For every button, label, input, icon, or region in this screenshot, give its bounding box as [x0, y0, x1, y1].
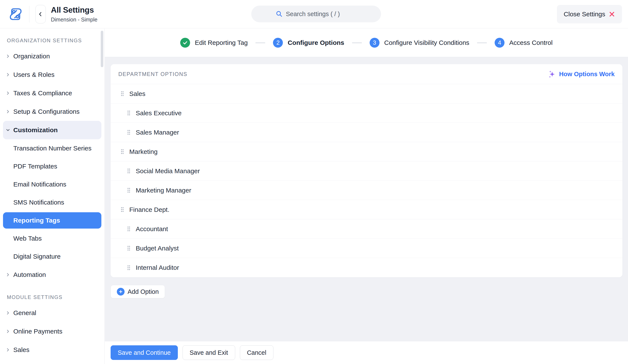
sidebar-item-label: General [13, 309, 36, 316]
close-icon [609, 11, 615, 17]
sidebar-item-label: Automation [13, 271, 46, 278]
books-logo[interactable] [8, 7, 23, 21]
drag-handle-icon[interactable] [120, 149, 124, 155]
option-label: Accountant [136, 225, 168, 233]
sidebar-item-email-notifications[interactable]: Email Notifications [0, 175, 104, 193]
sidebar-item-general[interactable]: General [0, 304, 104, 322]
drag-handle-icon[interactable] [127, 168, 131, 174]
option-label: Sales Manager [136, 129, 179, 136]
option-row[interactable]: Marketing [111, 142, 623, 161]
step-label: Edit Reporting Tag [195, 39, 248, 46]
option-label: Budget Analyst [136, 245, 179, 252]
drag-handle-icon[interactable] [120, 207, 124, 212]
sidebar-item-label: Customization [13, 126, 58, 134]
step-number-badge: 2 [273, 38, 283, 48]
page-subtitle: Dimension - Simple [51, 16, 97, 23]
chevron-right-icon [5, 109, 10, 114]
stepper-connector [255, 42, 265, 43]
chevron-right-icon [5, 91, 10, 96]
sparkle-icon [548, 70, 556, 78]
app-header: All Settings Dimension - Simple Close Se… [0, 0, 628, 28]
option-row[interactable]: Social Media Manager [111, 161, 623, 181]
save-and-exit-button[interactable]: Save and Exit [183, 345, 235, 360]
step-configure-visibility-conditions[interactable]: 3 Configure Visibility Conditions [370, 38, 469, 48]
option-row[interactable]: Finance Dept. [111, 200, 623, 219]
option-label: Internal Auditor [136, 264, 179, 271]
save-and-continue-button[interactable]: Save and Continue [111, 345, 178, 360]
option-row[interactable]: Sales Executive [111, 103, 623, 123]
chevron-left-icon [38, 11, 43, 17]
options-card-header: DEPARTMENT OPTIONS How Options Work [111, 64, 623, 84]
sidebar-item-setup-configurations[interactable]: Setup & Configurations [0, 102, 104, 121]
option-row[interactable]: Marketing Manager [111, 181, 623, 200]
close-settings-label: Close Settings [564, 10, 605, 18]
option-row[interactable]: Sales Manager [111, 123, 623, 142]
drag-handle-icon[interactable] [127, 187, 131, 193]
sidebar-item-web-tabs[interactable]: Web Tabs [0, 230, 104, 247]
option-label: Marketing Manager [136, 187, 191, 194]
sidebar-item-sales[interactable]: Sales [0, 341, 104, 359]
sidebar-item-users-roles[interactable]: Users & Roles [0, 65, 104, 84]
how-options-work-link[interactable]: How Options Work [548, 70, 615, 78]
step-configure-options[interactable]: 2 Configure Options [273, 38, 344, 48]
sidebar-item-organization[interactable]: Organization [0, 47, 104, 65]
sidebar-item-customization[interactable]: Customization [3, 121, 101, 139]
add-option-button[interactable]: Add Option [111, 285, 165, 298]
drag-handle-icon[interactable] [127, 226, 131, 232]
search-input[interactable] [286, 10, 357, 18]
step-number-badge: 4 [495, 38, 504, 48]
sidebar-item-digital-signature[interactable]: Digital Signature [0, 247, 104, 265]
plus-icon [117, 288, 125, 296]
drag-handle-icon[interactable] [127, 265, 131, 271]
close-settings-button[interactable]: Close Settings [557, 5, 622, 23]
settings-sidebar: ORGANIZATION SETTINGS Organization Users… [0, 29, 105, 364]
section-module-settings: MODULE SETTINGS [0, 294, 104, 300]
settings-search[interactable] [251, 5, 381, 22]
sidebar-item-taxes-compliance[interactable]: Taxes & Compliance [0, 84, 104, 102]
sidebar-item-label: Reporting Tags [13, 217, 60, 224]
sidebar-item-label: Email Notifications [13, 181, 66, 188]
sidebar-item-online-payments[interactable]: Online Payments [0, 322, 104, 341]
search-icon [276, 10, 283, 18]
step-label: Configure Options [288, 39, 344, 46]
option-row[interactable]: Internal Auditor [111, 258, 623, 277]
sidebar-item-label: Online Payments [13, 328, 62, 335]
title-block: All Settings Dimension - Simple [51, 5, 97, 23]
chevron-right-icon [5, 72, 10, 77]
step-label: Configure Visibility Conditions [384, 39, 469, 46]
drag-handle-icon[interactable] [127, 245, 131, 251]
department-options-card: DEPARTMENT OPTIONS How Options Work Sale… [111, 64, 623, 277]
sidebar-item-label: Setup & Configurations [13, 108, 80, 115]
sidebar-item-purchases[interactable]: Purchases [0, 359, 104, 364]
sidebar-item-transaction-number-series[interactable]: Transaction Number Series [0, 139, 104, 157]
chevron-right-icon [5, 329, 10, 334]
sidebar-item-reporting-tags[interactable]: Reporting Tags [3, 212, 101, 229]
option-row[interactable]: Sales [111, 84, 623, 103]
option-label: Sales Executive [136, 110, 181, 117]
options-card-title: DEPARTMENT OPTIONS [118, 71, 187, 77]
sidebar-item-label: Transaction Number Series [13, 145, 91, 152]
wizard-stepper: Edit Reporting Tag 2 Configure Options 3… [105, 29, 628, 57]
option-row[interactable]: Accountant [111, 219, 623, 239]
option-row[interactable]: Budget Analyst [111, 239, 623, 258]
chevron-right-icon [5, 272, 10, 277]
sidebar-item-pdf-templates[interactable]: PDF Templates [0, 157, 104, 175]
step-edit-reporting-tag[interactable]: Edit Reporting Tag [180, 38, 248, 48]
cancel-button[interactable]: Cancel [240, 345, 273, 360]
stepper-connector [477, 42, 487, 43]
drag-handle-icon[interactable] [120, 91, 124, 97]
option-label: Marketing [129, 148, 158, 155]
main-content: Edit Reporting Tag 2 Configure Options 3… [105, 29, 628, 364]
option-label: Finance Dept. [129, 206, 169, 213]
back-button[interactable] [35, 5, 46, 23]
sidebar-item-label: Users & Roles [13, 71, 55, 78]
sidebar-item-sms-notifications[interactable]: SMS Notifications [0, 193, 104, 211]
chevron-right-icon [5, 310, 10, 315]
drag-handle-icon[interactable] [127, 110, 131, 116]
add-option-label: Add Option [128, 288, 159, 295]
step-access-control[interactable]: 4 Access Control [495, 38, 552, 48]
sidebar-item-automation[interactable]: Automation [0, 265, 104, 284]
drag-handle-icon[interactable] [127, 129, 131, 135]
step-label: Access Control [509, 39, 552, 46]
sidebar-item-label: PDF Templates [13, 163, 57, 170]
